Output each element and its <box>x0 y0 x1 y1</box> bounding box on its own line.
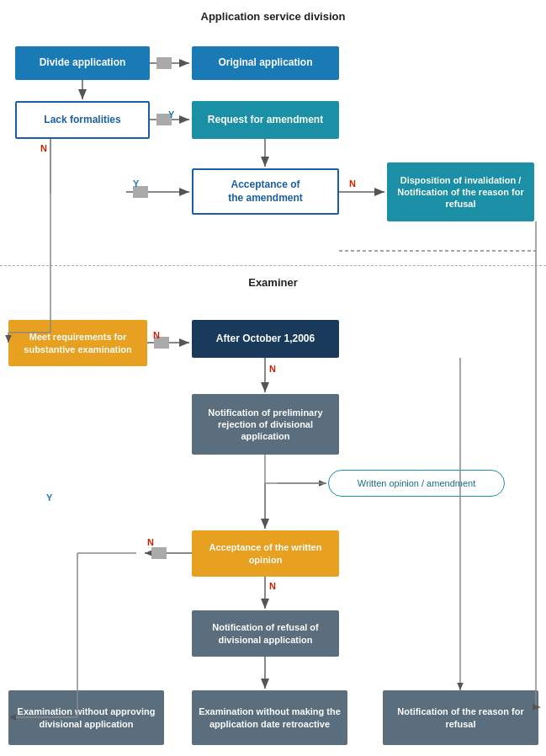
label-y-meet-req: Y <box>46 492 52 503</box>
box-notification-preliminary: Notification of preliminary rejection of… <box>192 394 339 455</box>
label-n-acceptance-written-down: N <box>269 581 276 591</box>
box-notification-reason: Notification of the reason for refusal <box>383 690 538 745</box>
box-acceptance-written: Acceptance of the written opinion <box>192 530 339 577</box>
box-disposition-invalidation: Disposition of invalidation / Notificati… <box>387 162 534 221</box>
box-request-amendment: Request for amendment <box>192 101 339 139</box>
label-n-acceptance-right: N <box>349 178 356 189</box>
label-n-after-oct: N <box>269 364 276 374</box>
box-acceptance-amendment: Acceptance of the amendment <box>192 168 339 215</box>
label-n-meet-req: N <box>153 330 160 340</box>
svg-rect-3 <box>156 57 172 69</box>
label-n-acceptance-written: N <box>147 537 154 547</box>
box-meet-requirements: Meet requirements for substantive examin… <box>8 320 147 366</box>
box-after-october: After October 1,2006 <box>192 320 339 358</box>
pill-written-opinion: Written opinion / amendment <box>328 470 505 497</box>
box-examination-without-making: Examination without making the applicati… <box>192 690 347 745</box>
section-label-top: Application service division <box>0 10 546 23</box>
section-label-examiner: Examiner <box>0 276 546 289</box>
label-y-acceptance: Y <box>133 178 139 189</box>
label-y-lack: Y <box>168 109 174 120</box>
svg-rect-26 <box>151 547 167 559</box>
box-notification-refusal-div: Notification of refusal of divisional ap… <box>192 610 339 657</box>
box-original-application: Original application <box>192 46 339 80</box>
diagram: Application service division Divide appl… <box>0 0 546 756</box>
section-divider <box>0 265 546 266</box>
label-n-lack: N <box>40 143 47 153</box>
box-examination-without-approving: Examination without approving divisional… <box>8 690 164 745</box>
box-divide-application: Divide application <box>15 46 150 80</box>
box-lack-formalities: Lack formalities <box>15 101 150 139</box>
